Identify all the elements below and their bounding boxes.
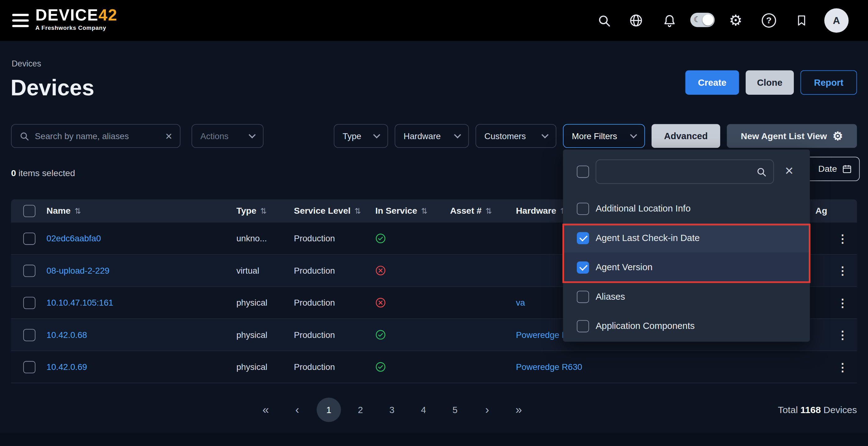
check-circle-icon [375,351,386,383]
selection-count: 0 items selected [11,168,75,178]
help-icon[interactable]: ? [757,0,781,41]
item-checkbox[interactable] [577,320,589,332]
logo-text: DEVIC [35,6,87,24]
new-agent-list-view-button[interactable]: New Agent List View ⚙ [727,124,857,148]
panel-item[interactable]: Agent Version [563,252,810,282]
hardware-link[interactable]: va [516,298,525,307]
sort-icon[interactable]: ⇅ [74,207,81,215]
row-checkbox[interactable] [23,264,35,276]
col-in-service[interactable]: In Service [375,206,417,216]
device-search-box[interactable]: × [11,124,181,148]
type-filter-dropdown[interactable]: Type [334,124,388,148]
hardware-link[interactable]: Poweredge R630 [516,362,582,372]
user-avatar[interactable]: A [824,8,848,33]
row-checkbox[interactable] [23,329,35,341]
row-checkbox[interactable] [23,232,35,244]
page-button-3[interactable]: 3 [380,397,404,422]
sort-icon[interactable]: ⇅ [354,207,361,215]
page-button-1[interactable]: 1 [317,397,341,422]
row-kebab-menu[interactable]: ⋮ [837,296,848,309]
sort-icon[interactable]: ⇅ [260,207,267,215]
search-icon[interactable] [592,0,616,41]
next-page-button[interactable]: › [475,397,499,422]
item-checkbox-checked[interactable] [577,261,589,273]
search-input[interactable] [35,131,160,141]
bookmark-icon[interactable] [789,0,814,41]
device-link[interactable]: 02edc6aabfa0 [46,234,101,243]
chevron-down-icon [249,131,256,138]
report-button[interactable]: Report [800,70,857,94]
theme-toggle[interactable]: ☾ [690,13,715,27]
chevron-down-icon [630,131,637,138]
col-name[interactable]: Name [46,206,71,216]
col-service-level[interactable]: Service Level [294,206,350,216]
breadcrumb[interactable]: Devices [11,59,41,68]
sort-icon[interactable]: ⇅ [486,207,492,215]
create-button[interactable]: Create [685,70,739,94]
device-link[interactable]: 10.42.0.69 [46,362,87,372]
calendar-icon [842,164,852,174]
more-filters-panel: × Additional Location Info Agent Last Ch… [563,149,810,341]
gear-icon: ⚙ [833,130,843,142]
hardware-filter-dropdown[interactable]: Hardware [395,124,469,148]
row-checkbox[interactable] [23,297,35,309]
last-page-button[interactable]: » [507,397,531,422]
logo-subtitle: A Freshworks Company [35,24,117,31]
page-button-5[interactable]: 5 [443,397,467,422]
logo-text-e: E [87,6,98,24]
clear-search-icon[interactable]: × [165,130,172,142]
moon-icon: ☾ [693,15,700,24]
device42-logo[interactable]: DEVICE42 A Freshworks Company [35,6,117,31]
row-kebab-menu[interactable]: ⋮ [837,232,848,245]
row-checkbox[interactable] [23,361,35,373]
pagination: « ‹ 1 2 3 4 5 › » [0,397,868,423]
more-filters-dropdown[interactable]: More Filters [563,124,645,148]
device-link[interactable]: 08-upload-2-229 [46,266,110,275]
col-agent[interactable]: Ag [815,206,827,216]
chevron-down-icon [454,131,461,138]
panel-item[interactable]: Aliases [563,282,810,311]
panel-item[interactable]: Application Components [563,311,810,341]
prev-page-button[interactable]: ‹ [285,397,309,422]
search-icon [756,167,767,177]
check-circle-icon [375,319,386,351]
item-checkbox-checked[interactable] [577,232,589,244]
item-checkbox[interactable] [577,290,589,302]
x-circle-icon [375,255,386,286]
search-input-icon [19,131,29,141]
col-hardware[interactable]: Hardware [516,206,556,216]
sort-icon[interactable]: ⇅ [421,207,428,215]
panel-search-input[interactable] [603,167,752,177]
row-kebab-menu[interactable]: ⋮ [837,328,848,341]
advanced-button[interactable]: Advanced [652,124,720,148]
col-type[interactable]: Type [236,206,256,216]
device-link[interactable]: 10.10.47.105:161 [46,298,113,307]
gear-icon[interactable]: ⚙ [724,0,748,41]
panel-item[interactable]: Additional Location Info [563,194,810,223]
app-root: DEVICE42 A Freshworks Company ☾ ⚙ ? [0,0,868,446]
bell-icon[interactable] [657,0,681,41]
panel-item[interactable]: Agent Last Check-in Date [563,223,810,253]
panel-search-box[interactable] [596,160,774,184]
x-circle-icon [375,287,386,319]
item-checkbox[interactable] [577,203,589,215]
select-all-checkbox[interactable] [23,205,35,217]
logo-text-42: 42 [98,6,117,24]
panel-close-icon[interactable]: × [785,163,794,178]
customers-filter-dropdown[interactable]: Customers [475,124,556,148]
hamburger-menu-icon[interactable] [12,14,29,28]
table-row: 10.42.0.69 physical Production Poweredge… [11,351,857,383]
page-button-2[interactable]: 2 [348,397,373,422]
globe-icon[interactable] [624,0,648,41]
actions-dropdown[interactable]: Actions [191,124,264,148]
col-asset[interactable]: Asset # [450,206,482,216]
row-kebab-menu[interactable]: ⋮ [837,264,848,277]
first-page-button[interactable]: « [254,397,278,422]
clone-button[interactable]: Clone [746,70,794,94]
row-kebab-menu[interactable]: ⋮ [837,360,848,374]
panel-select-all-checkbox[interactable] [577,166,589,178]
chevron-down-icon [541,131,549,138]
page-button-4[interactable]: 4 [411,397,436,422]
total-devices-count: Total 1168 Devices [778,405,857,416]
device-link[interactable]: 10.42.0.68 [46,330,87,340]
